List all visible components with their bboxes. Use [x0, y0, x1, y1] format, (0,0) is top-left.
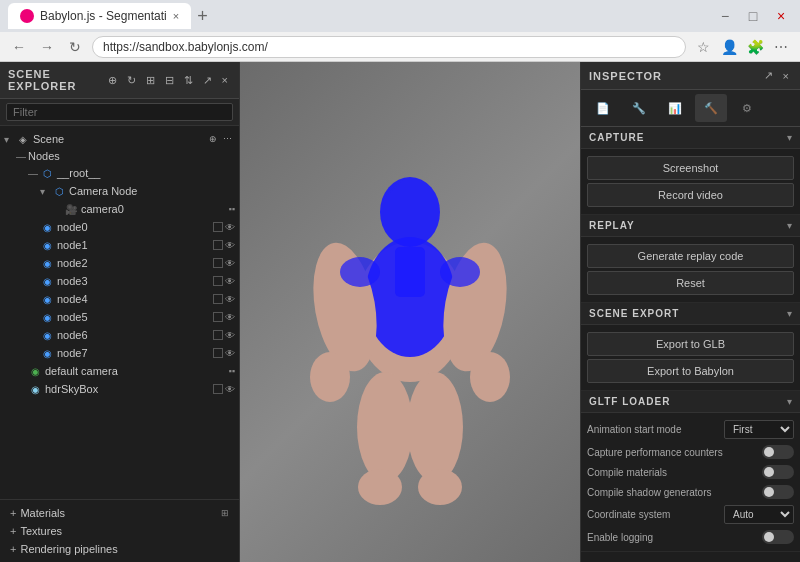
node6-eye[interactable]: 👁 [225, 330, 235, 341]
extensions-btn[interactable]: 🧩 [744, 36, 766, 58]
filter-input[interactable] [6, 103, 233, 121]
screenshot-btn[interactable]: Screenshot [587, 156, 794, 180]
node4-controls: 👁 [213, 294, 235, 305]
browser-tab[interactable]: Babylon.js - Segmentati × [8, 3, 191, 29]
node4-check[interactable] [213, 294, 223, 304]
record-video-btn[interactable]: Record video [587, 183, 794, 207]
node4-eye[interactable]: 👁 [225, 294, 235, 305]
tree-node-scene[interactable]: ▾ ◈ Scene ⊕ ⋯ [0, 130, 239, 148]
tree-label-node2: node2 [57, 257, 213, 269]
node1-eye[interactable]: 👁 [225, 240, 235, 251]
tree-node-node6[interactable]: ◉ node6 👁 [0, 326, 239, 344]
new-tab-btn[interactable]: + [197, 6, 208, 27]
default-camera-controls: ▪▪ [229, 366, 235, 376]
hdr-skybox-check[interactable] [213, 384, 223, 394]
tab-tools[interactable]: 🔨 [695, 94, 727, 122]
browser-titlebar: Babylon.js - Segmentati × + − □ × [0, 0, 800, 32]
tree-node-node4[interactable]: ◉ node4 👁 [0, 290, 239, 308]
tree-node-camera0[interactable]: 🎥 camera0 ▪▪ [0, 200, 239, 218]
node0-controls: 👁 [213, 222, 235, 233]
nav-refresh-btn[interactable]: ↻ [64, 36, 86, 58]
tab-debug[interactable]: 🔧 [623, 94, 655, 122]
tree-node-camera-node[interactable]: ▾ ⬡ Camera Node [0, 182, 239, 200]
tree-node-node1[interactable]: ◉ node1 👁 [0, 236, 239, 254]
scene-add-btn[interactable]: ⊕ [206, 133, 220, 145]
enable-logging-row: Enable logging [587, 527, 794, 547]
node7-eye[interactable]: 👁 [225, 348, 235, 359]
scene-options-btn[interactable]: ⋯ [220, 133, 235, 145]
generate-replay-btn[interactable]: Generate replay code [587, 244, 794, 268]
tab-settings[interactable]: ⚙ [731, 94, 763, 122]
node3-check[interactable] [213, 276, 223, 286]
enable-logging-toggle[interactable] [762, 530, 794, 544]
tab-stats[interactable]: 📊 [659, 94, 691, 122]
tree-node-default-camera[interactable]: ◉ default camera ▪▪ [0, 362, 239, 380]
node2-eye[interactable]: 👁 [225, 258, 235, 269]
tree-arrow: — [16, 151, 28, 162]
tree-node-nodes[interactable]: — Nodes [0, 148, 239, 164]
textures-item[interactable]: + Textures [6, 522, 233, 540]
tree-node-node3[interactable]: ◉ node3 👁 [0, 272, 239, 290]
tree-node-node7[interactable]: ◉ node7 👁 [0, 344, 239, 362]
tree-node-hdr-skybox[interactable]: ◉ hdrSkyBox 👁 [0, 380, 239, 398]
reset-btn[interactable]: Reset [587, 271, 794, 295]
gltf-loader-section-header[interactable]: GLTF LOADER ▾ [581, 391, 800, 413]
nav-forward-btn[interactable]: → [36, 36, 58, 58]
scene-export-section-header[interactable]: SCENE EXPORT ▾ [581, 303, 800, 325]
replay-section-content: Generate replay code Reset [581, 237, 800, 303]
window-minimize-btn[interactable]: − [714, 5, 736, 27]
inspector-close-btn[interactable]: × [780, 68, 792, 83]
bookmark-btn[interactable]: ☆ [692, 36, 714, 58]
node3-controls: 👁 [213, 276, 235, 287]
tree-label-node7: node7 [57, 347, 213, 359]
nav-back-btn[interactable]: ← [8, 36, 30, 58]
node2-check[interactable] [213, 258, 223, 268]
scene-icon: ◈ [16, 132, 30, 146]
add-node-btn[interactable]: ⊕ [105, 73, 120, 88]
viewport-canvas[interactable] [240, 62, 580, 562]
pop-out-btn[interactable]: ↗ [200, 73, 215, 88]
capture-section-header[interactable]: CAPTURE ▾ [581, 127, 800, 149]
refresh-btn[interactable]: ↻ [124, 73, 139, 88]
more-btn[interactable]: ⋯ [770, 36, 792, 58]
close-panel-btn[interactable]: × [219, 73, 231, 88]
tree-node-node0[interactable]: ◉ node0 👁 [0, 218, 239, 236]
tab-properties[interactable]: 📄 [587, 94, 619, 122]
hdr-skybox-eye[interactable]: 👁 [225, 384, 235, 395]
animation-start-mode-select[interactable]: First None All [724, 420, 794, 439]
tab-close-btn[interactable]: × [173, 10, 179, 22]
tree-node-root[interactable]: — ⬡ __root__ [0, 164, 239, 182]
camera-node-icon: ⬡ [52, 184, 66, 198]
node1-check[interactable] [213, 240, 223, 250]
node6-check[interactable] [213, 330, 223, 340]
profile-btn[interactable]: 👤 [718, 36, 740, 58]
compile-shadow-toggle[interactable] [762, 485, 794, 499]
coordinate-system-select[interactable]: Auto Right-handed Left-handed [724, 505, 794, 524]
address-bar[interactable] [92, 36, 686, 58]
window-restore-btn[interactable]: □ [742, 5, 764, 27]
export-babylon-btn[interactable]: Export to Babylon [587, 359, 794, 383]
replay-section-header[interactable]: REPLAY ▾ [581, 215, 800, 237]
viewport[interactable] [240, 62, 580, 562]
node3-eye[interactable]: 👁 [225, 276, 235, 287]
tree-node-node5[interactable]: ◉ node5 👁 [0, 308, 239, 326]
tree-label-scene: Scene [33, 133, 206, 145]
gltf-loader-chevron: ▾ [787, 396, 792, 407]
inspector-pop-out-btn[interactable]: ↗ [761, 68, 776, 83]
compile-materials-toggle[interactable] [762, 465, 794, 479]
rendering-pipelines-item[interactable]: + Rendering pipelines [6, 540, 233, 558]
capture-perf-toggle[interactable] [762, 445, 794, 459]
node5-eye[interactable]: 👁 [225, 312, 235, 323]
node0-eye[interactable]: 👁 [225, 222, 235, 233]
node7-check[interactable] [213, 348, 223, 358]
materials-item[interactable]: + Materials ⊞ [6, 504, 233, 522]
scene-export-title: SCENE EXPORT [589, 308, 679, 319]
export-glb-btn[interactable]: Export to GLB [587, 332, 794, 356]
tree-node-node2[interactable]: ◉ node2 👁 [0, 254, 239, 272]
node0-check[interactable] [213, 222, 223, 232]
window-close-btn[interactable]: × [770, 5, 792, 27]
node5-check[interactable] [213, 312, 223, 322]
filter-btn[interactable]: ⊞ [143, 73, 158, 88]
expand-btn[interactable]: ⊟ [162, 73, 177, 88]
sort-btn[interactable]: ⇅ [181, 73, 196, 88]
